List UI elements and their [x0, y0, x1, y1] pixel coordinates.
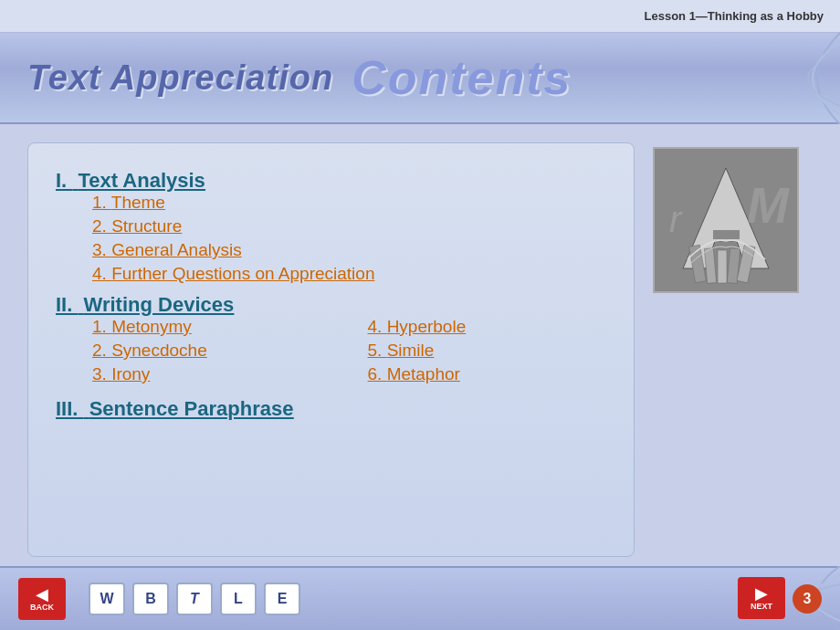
- further-questions-link[interactable]: Further Questions on Appreciation: [111, 264, 374, 283]
- section-iii-roman: III.: [56, 397, 84, 420]
- header: Text Appreciation Contents: [0, 33, 840, 124]
- section-ii-title: II. Writing Devices: [56, 293, 234, 316]
- list-item: 4. Hyperbole: [368, 317, 607, 337]
- section-iii: III. Sentence Paraphrase: [56, 397, 606, 421]
- item-num: 1.: [92, 193, 111, 212]
- metaphor-link[interactable]: Metaphor: [387, 364, 460, 383]
- hyperbole-link[interactable]: Hyperbole: [387, 317, 467, 336]
- nav-btn-w[interactable]: W: [89, 583, 125, 615]
- page-number: 3: [793, 584, 822, 614]
- simile-link[interactable]: Simile: [387, 341, 435, 360]
- section-ii: II. Writing Devices 1. Metonymy 4. Hyper…: [56, 293, 606, 388]
- nav-btn-w-label: W: [100, 591, 113, 607]
- nav-btn-b-label: B: [145, 591, 156, 607]
- item-num: 2.: [92, 216, 111, 236]
- item-num: 6.: [368, 364, 387, 383]
- svg-rect-7: [718, 250, 727, 283]
- section-i-link[interactable]: Text Analysis: [78, 169, 205, 192]
- section-i: I. Text Analysis 1. Theme 2. Structure 3…: [56, 169, 606, 284]
- nav-btn-l[interactable]: L: [220, 583, 257, 615]
- synecdoche-link[interactable]: Synecdoche: [111, 341, 207, 360]
- writing-devices-list: 1. Metonymy 4. Hyperbole 2. Synecdoche 5…: [92, 317, 606, 388]
- item-num: 3.: [92, 364, 111, 383]
- list-item: 1. Theme: [92, 193, 606, 213]
- nav-btn-b[interactable]: B: [132, 583, 169, 615]
- list-item: 4. Further Questions on Appreciation: [92, 264, 606, 284]
- content-panel: I. Text Analysis 1. Theme 2. Structure 3…: [27, 142, 635, 557]
- section-ii-roman: II.: [56, 293, 78, 316]
- title-contents: Contents: [352, 50, 572, 105]
- list-item: 3. Irony: [92, 364, 331, 384]
- image-panel: M r: [653, 142, 813, 557]
- general-analysis-link[interactable]: General Analysis: [111, 240, 242, 259]
- theme-link[interactable]: Theme: [111, 193, 165, 212]
- nav-btn-e-label: E: [278, 591, 288, 607]
- irony-link[interactable]: Irony: [111, 364, 150, 383]
- nav-btn-t-label: T: [190, 591, 199, 607]
- back-arrow-icon: ◀: [36, 586, 48, 603]
- list-item: 2. Structure: [92, 216, 606, 236]
- main-content: I. Text Analysis 1. Theme 2. Structure 3…: [0, 124, 840, 566]
- metonymy-link[interactable]: Metonymy: [111, 317, 192, 336]
- back-button[interactable]: ◀ BACK: [18, 578, 66, 620]
- section-iii-link[interactable]: Sentence Paraphrase: [89, 397, 294, 420]
- list-item: 5. Simile: [368, 341, 607, 361]
- title-text-appreciation: Text Appreciation: [27, 58, 333, 98]
- list-item: 3. General Analysis: [92, 240, 606, 260]
- top-bar: Lesson 1—Thinking as a Hobby: [0, 0, 840, 33]
- nav-btn-l-label: L: [234, 591, 243, 607]
- item-num: 2.: [92, 341, 111, 360]
- nav-btn-e[interactable]: E: [264, 583, 300, 615]
- next-label: NEXT: [751, 602, 772, 611]
- svg-text:M: M: [747, 177, 790, 234]
- section-i-title: I. Text Analysis: [56, 169, 205, 192]
- item-num: 1.: [92, 317, 111, 336]
- next-button[interactable]: ▶ NEXT: [738, 577, 785, 619]
- next-arrow-icon: ▶: [755, 585, 768, 602]
- structure-link[interactable]: Structure: [111, 216, 182, 236]
- lesson-title: Lesson 1—Thinking as a Hobby: [645, 9, 824, 23]
- nav-btn-t[interactable]: T: [176, 583, 213, 615]
- svg-rect-2: [713, 230, 740, 239]
- item-num: 4.: [368, 317, 387, 336]
- item-num: 4.: [92, 264, 111, 283]
- section-i-roman: I.: [56, 169, 72, 192]
- list-item: 1. Metonymy: [92, 317, 331, 337]
- list-item: 6. Metaphor: [368, 364, 607, 384]
- nav-buttons: W B T L E: [89, 583, 300, 615]
- section-i-list: 1. Theme 2. Structure 3. General Analysi…: [92, 193, 606, 284]
- bottom-bar: ◀ BACK W B T L E ▶ NEXT 3: [0, 566, 840, 630]
- item-num: 5.: [368, 341, 387, 360]
- section-ii-link[interactable]: Writing Devices: [84, 293, 235, 316]
- back-label: BACK: [30, 603, 54, 612]
- book-image: M r: [653, 147, 799, 293]
- item-num: 3.: [92, 240, 111, 259]
- list-item: 2. Synecdoche: [92, 341, 331, 361]
- header-decoration: [612, 33, 840, 124]
- section-iii-title: III. Sentence Paraphrase: [56, 397, 293, 420]
- book-svg-illustration: M r: [656, 150, 797, 291]
- svg-text:r: r: [669, 199, 683, 239]
